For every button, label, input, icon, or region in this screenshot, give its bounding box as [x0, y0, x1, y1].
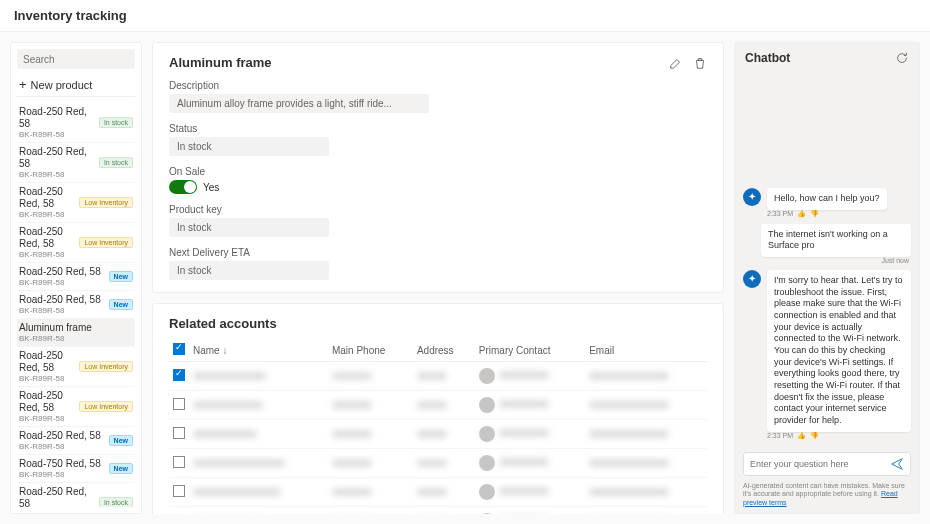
product-item[interactable]: Road-250 Red, 58BK-R89R-58In stock: [17, 143, 135, 183]
status-badge: Low Inventory: [79, 361, 133, 372]
column-header[interactable]: Email: [585, 339, 707, 362]
description-value[interactable]: Aluminum alloy frame provides a light, s…: [169, 94, 429, 113]
product-item[interactable]: Road-250 Red, 58BK-R89R-58Low Inventory: [17, 347, 135, 387]
send-icon[interactable]: [890, 457, 904, 471]
column-header[interactable]: Name ↓: [189, 339, 328, 362]
avatar: [479, 455, 495, 471]
status-badge: New: [109, 463, 133, 474]
product-item[interactable]: Road-250 Red, 58BK-R89R-58Low Inventory: [17, 183, 135, 223]
message-meta: 2:33 PM 👍 👎: [743, 210, 911, 218]
status-badge: Low Inventory: [79, 401, 133, 412]
eta-value[interactable]: In stock: [169, 261, 329, 280]
row-checkbox[interactable]: [173, 398, 185, 410]
related-table: Name ↓Main PhoneAddressPrimary ContactEm…: [169, 339, 707, 514]
user-message: The internet isn't working on a Surface …: [743, 224, 911, 257]
avatar: [479, 484, 495, 500]
row-checkbox[interactable]: [173, 456, 185, 468]
search-input[interactable]: [23, 54, 150, 65]
status-badge: In stock: [99, 117, 133, 128]
thumbs-down-icon[interactable]: 👎: [810, 210, 819, 218]
row-checkbox[interactable]: [173, 369, 185, 381]
table-row[interactable]: [169, 362, 707, 391]
page-title: Inventory tracking: [0, 0, 930, 32]
onsale-label: On Sale: [169, 166, 707, 177]
table-row[interactable]: [169, 507, 707, 515]
main-layout: + New product Road-250 Red, 58BK-R89R-58…: [0, 32, 930, 524]
detail-title: Aluminum frame: [169, 55, 272, 70]
status-badge: In stock: [99, 157, 133, 168]
product-item[interactable]: Road-250 Red, 58BK-R89R-58Low Inventory: [17, 223, 135, 263]
row-checkbox[interactable]: [173, 485, 185, 497]
product-item[interactable]: Road-250 Red, 58BK-R89R-58Low Inventory: [17, 387, 135, 427]
column-header[interactable]: Main Phone: [328, 339, 413, 362]
chatbot-title: Chatbot: [745, 51, 790, 65]
row-checkbox[interactable]: [173, 427, 185, 439]
productkey-value[interactable]: In stock: [169, 218, 329, 237]
detail-card: Aluminum frame Description Aluminum allo…: [152, 42, 724, 293]
product-item[interactable]: Road-250 Red, 58BK-R89R-58New: [17, 427, 135, 455]
product-item[interactable]: Road-250 Red, 58BK-R89R-58In stock: [17, 483, 135, 507]
status-badge: New: [109, 299, 133, 310]
product-item[interactable]: Road-750 Red, 58BK-R89R-58New: [17, 455, 135, 483]
product-item[interactable]: Road-250 Red, 58BK-R89R-58New: [17, 291, 135, 319]
bot-message: Hello, how can I help you?: [743, 188, 911, 210]
new-product-label: New product: [31, 79, 93, 91]
content-area: Aluminum frame Description Aluminum allo…: [152, 42, 724, 514]
product-item[interactable]: Road-250 Red, 58BK-R89R-58New: [17, 263, 135, 291]
onsale-value: Yes: [203, 182, 219, 193]
chat-input-box[interactable]: [743, 452, 911, 476]
onsale-toggle[interactable]: [169, 180, 197, 194]
select-all-checkbox[interactable]: [173, 343, 185, 355]
table-row[interactable]: [169, 420, 707, 449]
status-badge: In stock: [99, 497, 133, 507]
related-title: Related accounts: [169, 316, 707, 331]
column-header[interactable]: Address: [413, 339, 475, 362]
search-box[interactable]: [17, 49, 135, 69]
edit-icon[interactable]: [669, 56, 683, 70]
eta-label: Next Delivery ETA: [169, 247, 707, 258]
bot-avatar-icon: [743, 188, 761, 206]
column-header[interactable]: Primary Contact: [475, 339, 585, 362]
chat-input[interactable]: [750, 459, 890, 469]
avatar: [479, 513, 495, 514]
productkey-label: Product key: [169, 204, 707, 215]
refresh-icon[interactable]: [895, 51, 909, 65]
status-badge: New: [109, 435, 133, 446]
table-row[interactable]: [169, 478, 707, 507]
bot-message: I'm sorry to hear that. Let's try to tro…: [743, 270, 911, 432]
status-label: Status: [169, 123, 707, 134]
avatar: [479, 368, 495, 384]
new-product-button[interactable]: + New product: [17, 73, 135, 97]
status-badge: Low Inventory: [79, 237, 133, 248]
bot-avatar-icon: [743, 270, 761, 288]
avatar: [479, 426, 495, 442]
delete-icon[interactable]: [693, 56, 707, 70]
related-card: Related accounts Name ↓Main PhoneAddress…: [152, 303, 724, 514]
column-header[interactable]: [169, 339, 189, 362]
thumbs-up-icon[interactable]: 👍: [797, 210, 806, 218]
chat-disclaimer: AI-generated content can have mistakes. …: [735, 482, 919, 513]
chatbot-panel: Chatbot Hello, how can I help you? 2:33 …: [734, 42, 920, 514]
status-value[interactable]: In stock: [169, 137, 329, 156]
status-badge: Low Inventory: [79, 197, 133, 208]
product-list: Road-250 Red, 58BK-R89R-58In stockRoad-2…: [17, 103, 135, 507]
thumbs-up-icon[interactable]: 👍: [797, 432, 806, 440]
avatar: [479, 397, 495, 413]
product-item[interactable]: Road-250 Red, 58BK-R89R-58In stock: [17, 103, 135, 143]
table-row[interactable]: [169, 391, 707, 420]
table-row[interactable]: [169, 449, 707, 478]
description-label: Description: [169, 80, 707, 91]
plus-icon: +: [19, 77, 27, 92]
product-sidebar: + New product Road-250 Red, 58BK-R89R-58…: [10, 42, 142, 514]
message-meta: Just now: [743, 257, 911, 264]
chat-body: Hello, how can I help you? 2:33 PM 👍 👎 T…: [735, 73, 919, 446]
product-item[interactable]: Aluminum frameBK-R89R-58: [17, 319, 135, 347]
status-badge: New: [109, 271, 133, 282]
thumbs-down-icon[interactable]: 👎: [810, 432, 819, 440]
message-meta: 2:33 PM 👍 👎: [743, 432, 911, 440]
